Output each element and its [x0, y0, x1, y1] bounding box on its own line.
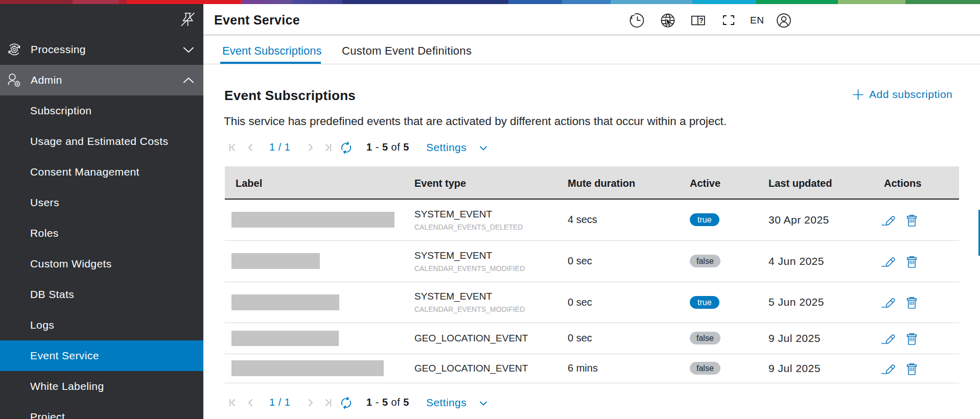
svg-text:?: ? [699, 16, 704, 24]
